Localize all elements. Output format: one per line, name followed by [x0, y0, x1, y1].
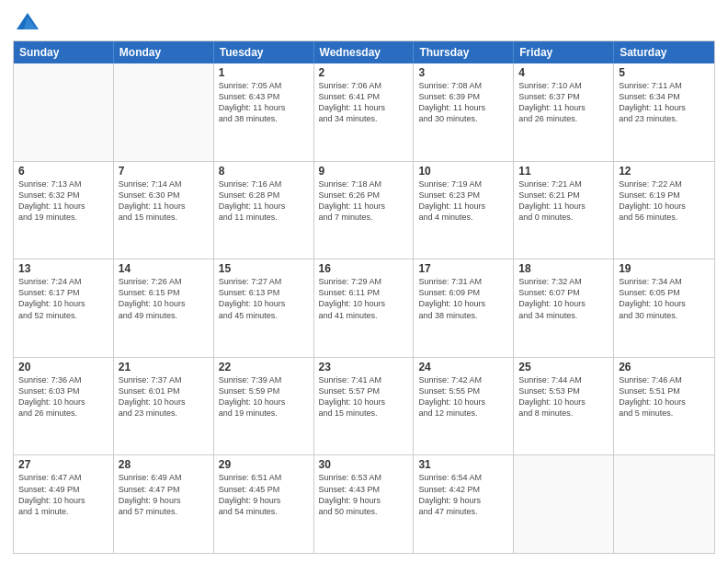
- calendar-cell: [614, 455, 714, 553]
- calendar-row: 27Sunrise: 6:47 AMSunset: 4:49 PMDayligh…: [14, 454, 714, 553]
- page: SundayMondayTuesdayWednesdayThursdayFrid…: [0, 0, 728, 563]
- cell-details: Sunrise: 7:44 AMSunset: 5:53 PMDaylight:…: [518, 374, 609, 419]
- day-number: 31: [418, 458, 508, 471]
- day-number: 24: [418, 361, 508, 373]
- cell-details: Sunrise: 7:46 AMSunset: 5:51 PMDaylight:…: [619, 374, 710, 419]
- calendar-cell: 6Sunrise: 7:13 AMSunset: 6:32 PMDaylight…: [14, 162, 114, 259]
- cell-details: Sunrise: 7:06 AMSunset: 6:41 PMDaylight:…: [319, 80, 409, 125]
- calendar-cell: [514, 455, 614, 553]
- day-number: 4: [518, 66, 609, 79]
- cell-details: Sunrise: 7:19 AMSunset: 6:23 PMDaylight:…: [418, 178, 508, 224]
- calendar-header-row: SundayMondayTuesdayWednesdayThursdayFrid…: [14, 41, 714, 63]
- cell-details: Sunrise: 6:47 AMSunset: 4:49 PMDaylight:…: [18, 472, 108, 517]
- calendar-cell: 4Sunrise: 7:10 AMSunset: 6:37 PMDaylight…: [514, 63, 614, 161]
- calendar-cell: 25Sunrise: 7:44 AMSunset: 5:53 PMDayligh…: [514, 358, 614, 455]
- day-number: 5: [619, 66, 710, 79]
- day-number: 19: [619, 262, 710, 275]
- calendar-cell: 31Sunrise: 6:54 AMSunset: 4:42 PMDayligh…: [414, 455, 514, 553]
- cell-details: Sunrise: 6:49 AMSunset: 4:47 PMDaylight:…: [119, 472, 209, 517]
- calendar-cell: 14Sunrise: 7:26 AMSunset: 6:15 PMDayligh…: [114, 259, 214, 357]
- cell-details: Sunrise: 7:10 AMSunset: 6:37 PMDaylight:…: [518, 80, 609, 125]
- cell-details: Sunrise: 7:41 AMSunset: 5:57 PMDaylight:…: [319, 374, 409, 419]
- cell-details: Sunrise: 7:27 AMSunset: 6:13 PMDaylight:…: [219, 276, 309, 321]
- weekday-header: Wednesday: [314, 41, 415, 63]
- day-number: 12: [619, 165, 710, 178]
- cell-details: Sunrise: 7:37 AMSunset: 6:01 PMDaylight:…: [119, 374, 209, 419]
- calendar-cell: 17Sunrise: 7:31 AMSunset: 6:09 PMDayligh…: [414, 259, 514, 357]
- cell-details: Sunrise: 7:31 AMSunset: 6:09 PMDaylight:…: [418, 276, 508, 321]
- cell-details: Sunrise: 7:05 AMSunset: 6:43 PMDaylight:…: [219, 80, 309, 125]
- cell-details: Sunrise: 7:24 AMSunset: 6:17 PMDaylight:…: [18, 276, 108, 321]
- day-number: 30: [319, 458, 409, 471]
- day-number: 2: [319, 66, 409, 79]
- calendar-cell: 9Sunrise: 7:18 AMSunset: 6:26 PMDaylight…: [314, 162, 415, 259]
- cell-details: Sunrise: 6:53 AMSunset: 4:43 PMDaylight:…: [319, 472, 409, 517]
- cell-details: Sunrise: 7:11 AMSunset: 6:34 PMDaylight:…: [619, 80, 710, 125]
- calendar-cell: 3Sunrise: 7:08 AMSunset: 6:39 PMDaylight…: [414, 63, 514, 161]
- day-number: 7: [119, 165, 209, 178]
- calendar-cell: 21Sunrise: 7:37 AMSunset: 6:01 PMDayligh…: [114, 358, 214, 455]
- calendar-cell: 22Sunrise: 7:39 AMSunset: 5:59 PMDayligh…: [214, 358, 314, 455]
- cell-details: Sunrise: 7:26 AMSunset: 6:15 PMDaylight:…: [119, 276, 209, 321]
- calendar-cell: 29Sunrise: 6:51 AMSunset: 4:45 PMDayligh…: [214, 455, 314, 553]
- calendar-body: 1Sunrise: 7:05 AMSunset: 6:43 PMDaylight…: [14, 63, 714, 553]
- calendar-cell: 16Sunrise: 7:29 AMSunset: 6:11 PMDayligh…: [314, 259, 415, 357]
- day-number: 23: [319, 361, 409, 373]
- day-number: 22: [219, 361, 309, 373]
- day-number: 14: [119, 262, 209, 275]
- cell-details: Sunrise: 7:36 AMSunset: 6:03 PMDaylight:…: [18, 374, 108, 419]
- calendar-cell: 1Sunrise: 7:05 AMSunset: 6:43 PMDaylight…: [214, 63, 314, 161]
- cell-details: Sunrise: 7:39 AMSunset: 5:59 PMDaylight:…: [219, 374, 309, 419]
- calendar-cell: [114, 63, 214, 161]
- logo-area: [13, 9, 40, 35]
- weekday-header: Thursday: [414, 41, 514, 63]
- day-number: 3: [418, 66, 508, 79]
- calendar-cell: 23Sunrise: 7:41 AMSunset: 5:57 PMDayligh…: [314, 358, 415, 455]
- cell-details: Sunrise: 7:18 AMSunset: 6:26 PMDaylight:…: [319, 178, 409, 224]
- day-number: 16: [319, 262, 409, 275]
- calendar-cell: 26Sunrise: 7:46 AMSunset: 5:51 PMDayligh…: [614, 358, 714, 455]
- weekday-header: Tuesday: [214, 41, 314, 63]
- day-number: 8: [219, 165, 309, 178]
- weekday-header: Friday: [514, 41, 614, 63]
- calendar-cell: 15Sunrise: 7:27 AMSunset: 6:13 PMDayligh…: [214, 259, 314, 357]
- calendar-cell: 24Sunrise: 7:42 AMSunset: 5:55 PMDayligh…: [414, 358, 514, 455]
- logo-icon: [15, 9, 40, 35]
- cell-details: Sunrise: 7:32 AMSunset: 6:07 PMDaylight:…: [518, 276, 609, 321]
- calendar-cell: 28Sunrise: 6:49 AMSunset: 4:47 PMDayligh…: [114, 455, 214, 553]
- calendar: SundayMondayTuesdayWednesdayThursdayFrid…: [13, 40, 715, 554]
- day-number: 26: [619, 361, 710, 373]
- calendar-cell: [14, 63, 114, 161]
- day-number: 29: [219, 458, 309, 471]
- calendar-row: 1Sunrise: 7:05 AMSunset: 6:43 PMDaylight…: [14, 63, 714, 161]
- day-number: 10: [418, 165, 508, 178]
- day-number: 18: [518, 262, 609, 275]
- calendar-cell: 11Sunrise: 7:21 AMSunset: 6:21 PMDayligh…: [514, 162, 614, 259]
- calendar-cell: 12Sunrise: 7:22 AMSunset: 6:19 PMDayligh…: [614, 162, 714, 259]
- cell-details: Sunrise: 6:54 AMSunset: 4:42 PMDaylight:…: [418, 472, 508, 517]
- calendar-cell: 5Sunrise: 7:11 AMSunset: 6:34 PMDaylight…: [614, 63, 714, 161]
- calendar-cell: 19Sunrise: 7:34 AMSunset: 6:05 PMDayligh…: [614, 259, 714, 357]
- calendar-cell: 20Sunrise: 7:36 AMSunset: 6:03 PMDayligh…: [14, 358, 114, 455]
- day-number: 15: [219, 262, 309, 275]
- calendar-cell: 10Sunrise: 7:19 AMSunset: 6:23 PMDayligh…: [414, 162, 514, 259]
- day-number: 11: [518, 165, 609, 178]
- calendar-row: 13Sunrise: 7:24 AMSunset: 6:17 PMDayligh…: [14, 259, 714, 357]
- weekday-header: Saturday: [614, 41, 714, 63]
- cell-details: Sunrise: 7:08 AMSunset: 6:39 PMDaylight:…: [418, 80, 508, 125]
- day-number: 1: [219, 66, 309, 79]
- calendar-row: 20Sunrise: 7:36 AMSunset: 6:03 PMDayligh…: [14, 357, 714, 455]
- day-number: 21: [119, 361, 209, 373]
- day-number: 9: [319, 165, 409, 178]
- cell-details: Sunrise: 7:34 AMSunset: 6:05 PMDaylight:…: [619, 276, 710, 321]
- calendar-cell: 27Sunrise: 6:47 AMSunset: 4:49 PMDayligh…: [14, 455, 114, 553]
- day-number: 13: [18, 262, 108, 275]
- cell-details: Sunrise: 7:29 AMSunset: 6:11 PMDaylight:…: [319, 276, 409, 321]
- cell-details: Sunrise: 7:42 AMSunset: 5:55 PMDaylight:…: [418, 374, 508, 419]
- header: [13, 9, 715, 35]
- cell-details: Sunrise: 7:16 AMSunset: 6:28 PMDaylight:…: [219, 178, 309, 224]
- cell-details: Sunrise: 7:21 AMSunset: 6:21 PMDaylight:…: [518, 178, 609, 224]
- weekday-header: Sunday: [14, 41, 114, 63]
- calendar-row: 6Sunrise: 7:13 AMSunset: 6:32 PMDaylight…: [14, 161, 714, 259]
- calendar-cell: 18Sunrise: 7:32 AMSunset: 6:07 PMDayligh…: [514, 259, 614, 357]
